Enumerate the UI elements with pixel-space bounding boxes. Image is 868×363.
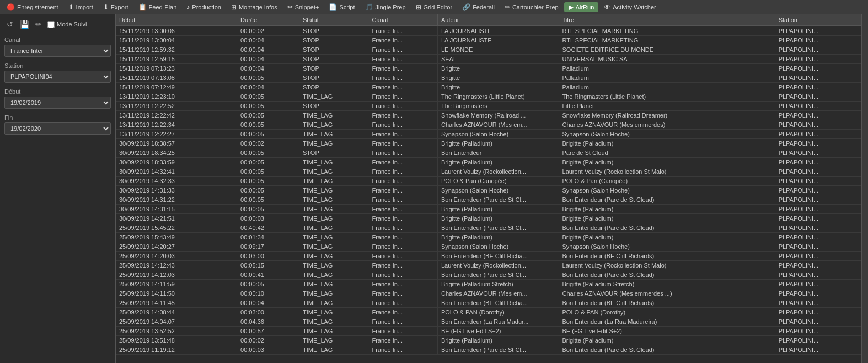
- table-row[interactable]: 13/11/2019 12:22:2700:00:05TIME_LAGFranc…: [116, 130, 861, 139]
- debut-select[interactable]: 19/02/2019: [4, 97, 111, 109]
- table-row[interactable]: 25/09/2019 14:08:4400:03:00TIME_LAGFranc…: [116, 308, 861, 317]
- table-cell: Brigitte (Palladium): [559, 139, 775, 148]
- table-row[interactable]: 30/09/2019 18:38:5700:00:02TIME_LAGFranc…: [116, 139, 861, 148]
- table-cell: Palladium: [559, 64, 775, 73]
- menu-item-enregistrement[interactable]: 🔴Enregistrement: [2, 2, 63, 12]
- scrollbar-handle[interactable]: [861, 14, 868, 363]
- table-row[interactable]: 30/09/2019 14:21:5100:00:03TIME_LAGFranc…: [116, 214, 861, 223]
- table-cell: Bon Entendeur (Parc de St Cl...: [437, 223, 559, 233]
- menu-item-grid-editor[interactable]: ⊞Grid Editor: [411, 2, 457, 12]
- table-cell: 00:00:04: [237, 55, 299, 64]
- table-row[interactable]: 25/09/2019 14:04:0700:04:36TIME_LAGFranc…: [116, 317, 861, 327]
- table-cell: TIME_LAG: [299, 270, 368, 280]
- table-cell: TIME_LAG: [299, 177, 368, 186]
- table-cell: Snowflake Memory (Railroad Dreamer): [559, 111, 775, 120]
- table-cell: 25/09/2019 11:19:12: [116, 345, 237, 355]
- table-row[interactable]: 13/11/2019 12:22:3400:00:05TIME_LAGFranc…: [116, 120, 861, 130]
- table-cell: Bon Entendeur (Parc de St Cl...: [437, 195, 559, 205]
- table-row[interactable]: 15/11/2019 12:59:1500:00:04STOPFrance In…: [116, 55, 861, 64]
- table-cell: France In...: [368, 195, 437, 205]
- table-cell: Palladium: [559, 73, 775, 83]
- col-header-debut[interactable]: Début: [116, 14, 237, 26]
- table-cell: PLPAPOLINI...: [775, 102, 861, 111]
- col-header-statut[interactable]: Statut: [299, 14, 368, 26]
- refresh-icon[interactable]: ↺: [4, 19, 15, 30]
- table-cell: TIME_LAG: [299, 252, 368, 261]
- table-cell: 00:03:00: [237, 308, 299, 317]
- table-row[interactable]: 25/09/2019 14:20:2700:09:17TIME_LAGFranc…: [116, 242, 861, 252]
- menu-item-montage-infos[interactable]: ⊞Montage Infos: [227, 2, 282, 12]
- table-cell: PLPAPOLINI...: [775, 111, 861, 120]
- menu-label: AirRun: [576, 4, 594, 10]
- table-row[interactable]: 30/09/2019 14:32:3300:00:05TIME_LAGFranc…: [116, 177, 861, 186]
- menu-item-activity-watcher[interactable]: 👁Activity Watcher: [599, 2, 660, 12]
- menubar: 🔴Enregistrement⬆Import⬇Export📋Feed-Plan♪…: [0, 0, 868, 14]
- table-row[interactable]: 13/11/2019 12:22:5200:00:05STOPFrance In…: [116, 102, 861, 111]
- table-row[interactable]: 30/09/2019 14:31:2200:00:05TIME_LAGFranc…: [116, 195, 861, 205]
- table-row[interactable]: 25/09/2019 15:45:2200:40:42TIME_LAGFranc…: [116, 223, 861, 233]
- table-cell: POLO & PAN (Dorothy): [437, 308, 559, 317]
- col-header-titre[interactable]: Titre: [559, 14, 775, 26]
- table-row[interactable]: 30/09/2019 14:31:1500:00:05TIME_LAGFranc…: [116, 205, 861, 214]
- menu-item-production[interactable]: ♪Production: [182, 2, 226, 12]
- table-row[interactable]: 15/11/2019 07:13:0800:00:05STOPFrance In…: [116, 73, 861, 83]
- table-row[interactable]: 25/09/2019 13:52:5200:00:57TIME_LAGFranc…: [116, 327, 861, 336]
- table-row[interactable]: 30/09/2019 18:33:5900:00:05TIME_LAGFranc…: [116, 158, 861, 167]
- menu-item-export[interactable]: ⬇Export: [99, 2, 133, 12]
- menu-label: Script: [339, 4, 355, 10]
- table-cell: France In...: [368, 130, 437, 139]
- table-cell: 00:00:05: [237, 130, 299, 139]
- table-row[interactable]: 15/11/2019 12:59:3200:00:04STOPFrance In…: [116, 45, 861, 55]
- col-header-duree[interactable]: Durée: [237, 14, 299, 26]
- table-cell: Charles AZNAVOUR (Mes em...: [437, 120, 559, 130]
- save-icon[interactable]: 💾: [19, 19, 30, 30]
- table-row[interactable]: 25/09/2019 14:12:4300:05:15TIME_LAGFranc…: [116, 261, 861, 270]
- mode-suivi-label[interactable]: Mode Suivi: [47, 21, 87, 28]
- menu-item-federall[interactable]: 🔗Federall: [458, 2, 499, 12]
- menu-item-import[interactable]: ⬆Import: [64, 2, 98, 12]
- menu-item-feed-plan[interactable]: 📋Feed-Plan: [134, 2, 181, 12]
- table-row[interactable]: 25/09/2019 14:11:4500:00:04TIME_LAGFranc…: [116, 298, 861, 308]
- table-row[interactable]: 30/09/2019 14:32:4100:00:05TIME_LAGFranc…: [116, 167, 861, 177]
- table-cell: 25/09/2019 14:11:59: [116, 280, 237, 289]
- menu-icon: 🔗: [462, 3, 470, 11]
- table-row[interactable]: 15/11/2019 07:13:2300:00:04STOPFrance In…: [116, 64, 861, 73]
- table-row[interactable]: 25/09/2019 14:11:5900:00:05TIME_LAGFranc…: [116, 280, 861, 289]
- table-row[interactable]: 30/09/2019 18:34:2500:00:05STOPFrance In…: [116, 148, 861, 158]
- table-row[interactable]: 25/09/2019 13:51:4800:00:02TIME_LAGFranc…: [116, 336, 861, 345]
- table-cell: PLPAPOLINI...: [775, 186, 861, 195]
- table-row[interactable]: 25/09/2019 14:11:5000:00:10TIME_LAGFranc…: [116, 289, 861, 298]
- menu-item-snippet+[interactable]: ✂Snippet+: [283, 2, 324, 12]
- table-cell: Bon Entendeur (La Rua Madur...: [437, 317, 559, 327]
- table-row[interactable]: 15/11/2019 13:00:0600:00:02STOPFrance In…: [116, 26, 861, 36]
- table-row[interactable]: 25/09/2019 14:12:0300:00:41TIME_LAGFranc…: [116, 270, 861, 280]
- menu-item-airrun[interactable]: ▶AirRun: [564, 2, 599, 12]
- table-row[interactable]: 13/11/2019 12:23:1000:00:05TIME_LAGFranc…: [116, 92, 861, 102]
- table-row[interactable]: 25/09/2019 14:20:0300:03:00TIME_LAGFranc…: [116, 252, 861, 261]
- col-header-station[interactable]: Station: [775, 14, 861, 26]
- table-cell: Brigitte: [437, 64, 559, 73]
- table-row[interactable]: 30/09/2019 14:31:3300:00:05TIME_LAGFranc…: [116, 186, 861, 195]
- menu-item-script[interactable]: 📄Script: [324, 2, 359, 12]
- table-row[interactable]: 25/09/2019 11:19:1200:00:03TIME_LAGFranc…: [116, 345, 861, 355]
- fin-select[interactable]: 19/02/2020: [4, 122, 111, 135]
- table-cell: TIME_LAG: [299, 92, 368, 102]
- station-select[interactable]: PLPAPOLINI04: [4, 71, 111, 83]
- table-row[interactable]: 15/11/2019 13:00:0400:00:04STOPFrance In…: [116, 36, 861, 45]
- table-cell: 00:00:05: [237, 186, 299, 195]
- table-cell: Brigitte (Palladium): [559, 158, 775, 167]
- table-row[interactable]: 13/11/2019 12:22:4200:00:05TIME_LAGFranc…: [116, 111, 861, 120]
- edit-icon[interactable]: ✏: [33, 19, 44, 30]
- menu-icon: ⊞: [416, 3, 421, 11]
- menu-item-jingle-prep[interactable]: 🎵Jingle Prep: [361, 2, 410, 12]
- table-scroll[interactable]: Début Durée Statut Canal Auteur Titre St…: [116, 14, 861, 363]
- table-cell: France In...: [368, 55, 437, 64]
- col-header-auteur[interactable]: Auteur: [437, 14, 559, 26]
- mode-suivi-checkbox[interactable]: [47, 21, 55, 28]
- canal-select[interactable]: France Inter: [4, 45, 111, 57]
- table-row[interactable]: 25/09/2019 15:43:4900:01:34TIME_LAGFranc…: [116, 233, 861, 242]
- col-header-canal[interactable]: Canal: [368, 14, 437, 26]
- table-row[interactable]: 15/11/2019 07:12:4900:00:04STOPFrance In…: [116, 83, 861, 92]
- menu-item-cartouchier-prep[interactable]: ✏Cartouchier-Prep: [500, 2, 563, 12]
- table-cell: 30/09/2019 14:31:33: [116, 186, 237, 195]
